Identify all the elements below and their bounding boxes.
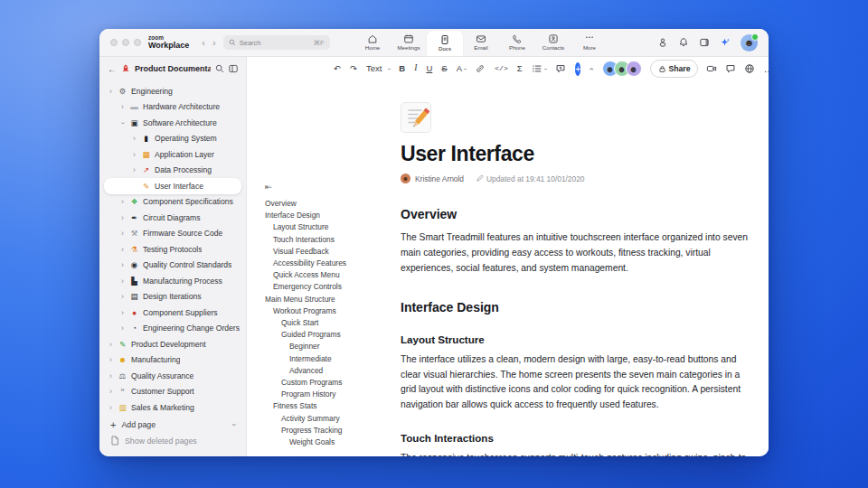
- outline-item-touch-interactions[interactable]: Touch Interactions: [265, 234, 397, 246]
- section-heading-interface-design[interactable]: Interface Design: [401, 300, 755, 314]
- video-camera-icon[interactable]: [706, 63, 717, 74]
- page-title[interactable]: User Interface: [401, 142, 755, 166]
- sidebar-item-firmware-source-code[interactable]: ›⚒Firmware Source Code: [104, 226, 241, 242]
- outline-item-quick-access-menu[interactable]: Quick Access Menu: [265, 269, 397, 281]
- collaborator-avatar[interactable]: ☻: [626, 61, 642, 77]
- sidebar-item-software-architecture[interactable]: ›▣Software Architecture: [104, 115, 241, 131]
- sidebar-item-quality-assurance[interactable]: ›⚖Quality Assurance: [104, 368, 241, 384]
- workspace-title[interactable]: Product Documenta...: [135, 64, 211, 73]
- outline-item-program-history[interactable]: Program History: [265, 389, 397, 400]
- chevron-right-icon[interactable]: ›: [119, 230, 126, 238]
- chevron-right-icon[interactable]: ›: [119, 261, 126, 269]
- close-window-button[interactable]: [110, 39, 118, 46]
- sidebar-item-engineering[interactable]: ›⚙Engineering: [104, 83, 241, 99]
- chevron-down-icon[interactable]: ›: [118, 119, 127, 126]
- tab-docs[interactable]: Docs: [427, 31, 463, 56]
- paragraph-the-smart-treadmill[interactable]: The Smart Treadmill features an intuitiv…: [401, 230, 755, 277]
- add-comment-icon[interactable]: [555, 63, 566, 74]
- chevron-right-icon[interactable]: ›: [131, 135, 137, 143]
- sidebar-item-testing-protocols[interactable]: ›⚗Testing Protocols: [104, 241, 241, 258]
- italic-button[interactable]: I: [414, 64, 417, 73]
- collapse-sidebar-icon[interactable]: [229, 64, 238, 73]
- chevron-right-icon[interactable]: ›: [108, 372, 114, 380]
- share-button[interactable]: Share: [650, 60, 699, 78]
- chevron-down-icon[interactable]: ›: [230, 424, 239, 427]
- collapse-outline-icon[interactable]: ⇤: [265, 182, 397, 192]
- chevron-right-icon[interactable]: ›: [119, 214, 126, 222]
- tab-email[interactable]: Email: [463, 29, 499, 56]
- tab-more[interactable]: More: [571, 29, 608, 56]
- text-color-dropdown[interactable]: A›: [457, 64, 467, 73]
- text-style-dropdown[interactable]: Text ›: [366, 64, 390, 73]
- chevron-right-icon[interactable]: ›: [108, 341, 114, 349]
- outline-item-activity-summary[interactable]: Activity Summary: [265, 413, 397, 425]
- section-heading-touch-interactions[interactable]: Touch Interactions: [401, 432, 755, 444]
- nav-back-button[interactable]: ‹: [198, 37, 209, 48]
- outline-item-advanced[interactable]: Advanced: [265, 365, 397, 377]
- sidebar-search-icon[interactable]: [215, 64, 224, 73]
- outline-item-visual-feedback[interactable]: Visual Feedback: [265, 246, 397, 258]
- sidebar-item-design-iterations[interactable]: ›▤Design Iterations: [104, 289, 241, 305]
- chevron-right-icon[interactable]: ›: [119, 309, 126, 317]
- sidebar-item-product-development[interactable]: ›✎Product Development: [104, 336, 241, 352]
- outline-item-progress-tracking[interactable]: Progress Tracking: [265, 425, 397, 436]
- sidebar-item-application-layer[interactable]: ›▦Application Layer: [104, 146, 241, 163]
- show-deleted-pages-button[interactable]: Show deleted pages: [104, 433, 241, 449]
- tab-phone[interactable]: Phone: [499, 29, 535, 56]
- underline-button[interactable]: U: [426, 64, 432, 73]
- paragraph-the-responsive-touchscreen[interactable]: The responsive touchscreen supports mult…: [401, 451, 755, 456]
- outline-item-layout-structure[interactable]: Layout Structure: [265, 221, 397, 233]
- chevron-right-icon[interactable]: ›: [131, 151, 137, 159]
- side-panel-icon[interactable]: [699, 37, 710, 48]
- outline-item-custom-programs[interactable]: Custom Programs: [265, 377, 397, 389]
- ai-insert-button[interactable]: +: [575, 62, 580, 76]
- tab-contacts[interactable]: Contacts: [535, 29, 571, 56]
- outline-item-main-menu-structure[interactable]: Main Menu Structure: [265, 294, 397, 305]
- user-avatar[interactable]: ☻: [741, 34, 758, 52]
- more-options-icon[interactable]: …: [763, 63, 769, 74]
- bold-button[interactable]: B: [399, 64, 405, 73]
- outline-item-guided-programs[interactable]: Guided Programs: [265, 329, 397, 341]
- outline-item-interface-design[interactable]: Interface Design: [265, 210, 397, 221]
- chevron-right-icon[interactable]: ›: [119, 277, 126, 286]
- undo-button[interactable]: ↶: [334, 64, 341, 73]
- chevron-right-icon[interactable]: ›: [119, 324, 126, 333]
- sidebar-item-sales-marketing[interactable]: ›▥Sales & Marketing: [104, 399, 241, 415]
- sidebar-item-operating-system[interactable]: ›▮Operating System: [104, 131, 241, 147]
- notifications-bell-icon[interactable]: [678, 37, 689, 48]
- chevron-right-icon[interactable]: ›: [119, 198, 126, 206]
- link-icon[interactable]: [475, 63, 486, 74]
- list-dropdown[interactable]: ›: [532, 63, 546, 74]
- outline-item-quick-start[interactable]: Quick Start: [265, 317, 397, 329]
- chevron-right-icon[interactable]: ›: [108, 388, 114, 396]
- equation-button[interactable]: Σ: [517, 64, 523, 73]
- add-page-button[interactable]: + Add page ›: [104, 417, 241, 433]
- outline-item-beginner[interactable]: Beginner: [265, 341, 397, 352]
- chevron-right-icon[interactable]: ›: [131, 166, 137, 174]
- strikethrough-button[interactable]: S: [441, 64, 447, 73]
- global-search-input[interactable]: Search ⌘F: [223, 35, 330, 50]
- chevron-right-icon[interactable]: ›: [108, 88, 114, 96]
- sidebar-item-data-processing[interactable]: ›↗Data Processing: [104, 163, 241, 179]
- outline-item-weight-goals[interactable]: Weight Goals: [265, 436, 397, 448]
- outline-item-workout-programs[interactable]: Workout Programs: [265, 305, 397, 317]
- chevron-right-icon[interactable]: ›: [119, 246, 126, 254]
- sidebar-item-component-suppliers[interactable]: ›●Component Suppliers: [104, 305, 241, 321]
- collapse-toolbar-icon[interactable]: ›: [586, 67, 596, 70]
- nav-forward-button[interactable]: ›: [209, 37, 220, 48]
- sidebar-item-user-interface[interactable]: ✎User Interface: [104, 178, 241, 194]
- sidebar-back-icon[interactable]: ←: [108, 64, 117, 74]
- globe-icon[interactable]: [744, 63, 755, 74]
- sidebar-item-customer-support[interactable]: ›❝Customer Support: [104, 384, 241, 400]
- tab-home[interactable]: Home: [354, 29, 391, 56]
- paragraph-the-interface-utilizes[interactable]: The interface utilizes a clean, modern d…: [401, 352, 755, 414]
- chat-bubble-icon[interactable]: [725, 63, 736, 74]
- code-button[interactable]: </>: [495, 65, 507, 72]
- redo-button[interactable]: ↷: [350, 64, 357, 73]
- sidebar-item-circuit-diagrams[interactable]: ›✒Circuit Diagrams: [104, 210, 241, 226]
- outline-item-overview[interactable]: Overview: [265, 198, 397, 210]
- chevron-right-icon[interactable]: ›: [119, 293, 126, 301]
- outline-item-accessibility-features[interactable]: Accessibility Features: [265, 258, 397, 269]
- sidebar-item-quality-control-standards[interactable]: ›◉Quality Control Standards: [104, 258, 241, 274]
- tab-meetings[interactable]: Meetings: [391, 29, 427, 56]
